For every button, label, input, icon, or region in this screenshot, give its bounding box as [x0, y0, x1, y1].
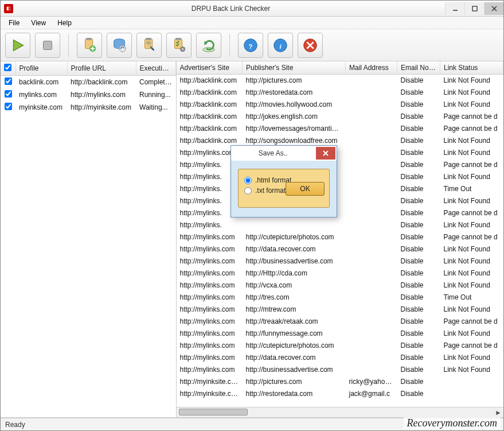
database-button[interactable] — [107, 33, 132, 58]
link-row[interactable]: http://mylinks.comhttp://vcxa.comDisable… — [177, 279, 503, 292]
profiles-grid[interactable]: Profile Profile URL Execution Status bac… — [1, 61, 176, 417]
profile-url: http://myinksite.com — [67, 101, 136, 114]
menu-help[interactable]: Help — [52, 18, 77, 28]
maximize-button[interactable] — [464, 2, 484, 15]
link-row[interactable]: http://mylinks.comhttp://Http://cda.comD… — [177, 267, 503, 279]
cell-notif: Disable — [397, 111, 440, 123]
cell-link-status: Page cannot be d — [440, 231, 503, 243]
cell-publisher: http://treaak/retaak.com — [243, 316, 346, 328]
col-exec-status[interactable]: Execution Status — [136, 61, 175, 76]
link-row[interactable]: http://myinksite.comhttp://restoredata.c… — [177, 388, 503, 400]
dialog-title: Save As.. — [231, 149, 315, 157]
link-row[interactable]: http://mylinks.comhttp://businessadverti… — [177, 364, 503, 376]
cell-mail — [346, 75, 397, 87]
menu-file[interactable]: File — [3, 18, 25, 28]
cell-mail — [346, 219, 397, 231]
col-check[interactable] — [1, 61, 15, 76]
dialog-close-button[interactable] — [316, 147, 335, 160]
cell-link-status — [440, 376, 503, 388]
info-button[interactable]: i — [268, 33, 293, 58]
link-row[interactable]: http://backlink.comhttp://pictures.comDi… — [177, 75, 503, 87]
profile-check[interactable] — [5, 77, 12, 85]
col-publisher[interactable]: Publisher's Site — [243, 61, 346, 75]
link-row[interactable]: http://mylinks.DisableLink Not Found — [177, 195, 503, 207]
refresh-button[interactable] — [196, 33, 221, 58]
settings-list-button[interactable] — [166, 33, 192, 58]
svg-marker-4 — [14, 40, 24, 51]
link-row[interactable]: http://mylinks.DisableLink Not Found — [177, 171, 503, 183]
col-advertiser[interactable]: Advertiser's Site — [177, 61, 243, 75]
check-all[interactable] — [4, 64, 11, 71]
link-row[interactable]: http://mylinks.comhttp://treaak/retaak.c… — [177, 316, 503, 328]
cell-mail — [346, 292, 397, 304]
link-row[interactable]: http://mylinks.DisableLink Not Found — [177, 219, 503, 231]
link-row[interactable]: http://mylinks.comhttp://tres.comDisable… — [177, 292, 503, 304]
cell-publisher: http://funnymessage.com — [243, 328, 346, 340]
content-area: Profile Profile URL Execution Status bac… — [1, 61, 503, 418]
link-row[interactable]: http://mylinks.comhttp://businessadverti… — [177, 255, 503, 267]
svg-point-12 — [119, 45, 126, 52]
cell-notif: Disable — [397, 304, 440, 316]
cell-notif: Disable — [397, 255, 440, 267]
col-link-status[interactable]: Link Status — [440, 61, 503, 75]
link-row[interactable]: http://mylinks.comhttp://data.recover.co… — [177, 352, 503, 364]
links-grid[interactable]: Advertiser's Site Publisher's Site Mail … — [177, 61, 504, 407]
close-button[interactable] — [484, 2, 503, 15]
col-email-notif[interactable]: Email Notific... — [397, 61, 440, 75]
cell-link-status: Link Not Found — [440, 243, 503, 255]
link-row[interactable]: http://backlink.comhttp://lovemessages/r… — [177, 123, 503, 135]
col-mail[interactable]: Mail Address — [346, 61, 397, 75]
col-profile[interactable]: Profile — [15, 61, 67, 76]
link-row[interactable]: http://mylinks.comhttp://cutepicture/pho… — [177, 231, 503, 243]
radio-html-input[interactable] — [244, 177, 252, 184]
link-row[interactable]: http://backlink.comhttp://restoredata.co… — [177, 87, 503, 99]
link-row[interactable]: http://backlink.comhttp://movies.hollywo… — [177, 99, 503, 111]
cell-notif: Disable — [397, 147, 440, 159]
profile-row[interactable]: mylinks.comhttp://mylinks.comRunning... — [1, 88, 175, 101]
cell-publisher: http://restoredata.com — [243, 388, 346, 400]
cell-mail — [346, 111, 397, 123]
link-row[interactable]: http://mylinks.comhttp://data.recover.co… — [177, 243, 503, 255]
svg-rect-15 — [146, 37, 151, 40]
play-button[interactable] — [5, 33, 30, 58]
ok-button[interactable]: OK — [286, 182, 325, 196]
link-row[interactable]: http://mylinks.comhttp://funnymessage.co… — [177, 328, 503, 340]
col-profile-url[interactable]: Profile URL — [67, 61, 136, 76]
profile-row[interactable]: backlink.comhttp://backlink.comCompleted… — [1, 76, 175, 89]
scroll-thumb[interactable] — [179, 409, 248, 416]
link-row[interactable]: http://backlink.comhttp://jokes.english.… — [177, 111, 503, 123]
link-row[interactable]: http://mylinks.DisableTime Out — [177, 183, 503, 195]
cell-mail — [346, 267, 397, 279]
help-button[interactable]: ? — [238, 33, 263, 58]
link-row[interactable]: http://mylinks.DisablePage cannot be d — [177, 207, 503, 219]
svg-rect-7 — [86, 37, 91, 40]
link-row[interactable]: http://mylinks.comhttp://cutepicture/pho… — [177, 340, 503, 352]
link-row[interactable]: http://myinksite.comhttp://pictures.comr… — [177, 376, 503, 388]
minimize-button[interactable] — [445, 2, 464, 15]
close-red-button[interactable] — [298, 33, 323, 58]
profile-row[interactable]: myinksite.comhttp://myinksite.comWaiting… — [1, 101, 175, 114]
cell-mail — [346, 255, 397, 267]
cell-advertiser: http://backlink.com — [177, 87, 243, 99]
stop-button[interactable] — [35, 33, 60, 58]
link-row[interactable]: http://backlink.comhttp://songsdownloadf… — [177, 135, 503, 147]
scroll-right-arrow[interactable]: ► — [493, 407, 503, 418]
profile-status: Running... — [136, 88, 175, 101]
radio-txt-input[interactable] — [244, 187, 252, 195]
profile-status: Waiting... — [136, 101, 175, 114]
menu-view[interactable]: View — [25, 18, 52, 28]
cell-mail — [346, 159, 397, 171]
profile-check[interactable] — [5, 90, 12, 98]
profile-check[interactable] — [5, 103, 12, 110]
horizontal-scrollbar[interactable]: ◄ ► — [177, 407, 504, 417]
add-profile-button[interactable] — [77, 33, 102, 58]
link-row[interactable]: http://mylinks.comhttp://mtrew.comDisabl… — [177, 304, 503, 316]
cell-link-status: Link Not Found — [440, 328, 503, 340]
link-row[interactable]: http://mylinks.comhttp://yzx.comDisableL… — [177, 147, 503, 159]
report-button[interactable] — [136, 33, 162, 58]
cell-mail — [346, 87, 397, 99]
link-row[interactable]: http://mylinks.DisablePage cannot be d — [177, 159, 503, 171]
cell-mail: ricky@yahoo.co — [346, 376, 397, 388]
cell-mail — [346, 123, 397, 135]
dialog-titlebar[interactable]: Save As.. — [231, 146, 337, 161]
